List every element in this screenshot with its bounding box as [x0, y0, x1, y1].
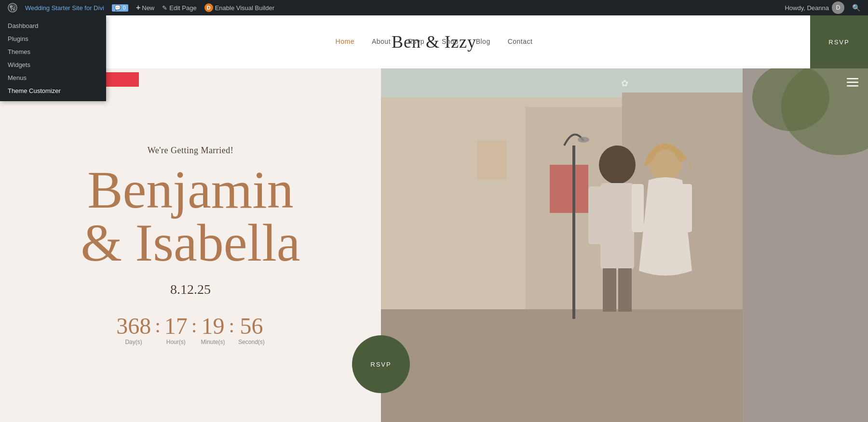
minutes-label: Minute(s): [201, 339, 225, 345]
couple-photo: [381, 68, 868, 422]
comment-bubble: 💬 0: [112, 4, 128, 12]
edit-page-label: Edit Page: [169, 4, 196, 12]
pencil-icon: ✎: [162, 4, 167, 12]
divi-builder-btn[interactable]: D Enable Visual Builder: [201, 0, 278, 15]
hours-value: 17: [164, 315, 188, 338]
minutes-value: 19: [201, 315, 224, 338]
nav-about[interactable]: About: [372, 38, 391, 45]
hamburger-icon[interactable]: [847, 78, 858, 89]
wedding-date: 8.12.25: [170, 282, 211, 297]
seconds-label: Second(s): [238, 339, 265, 345]
site-name-btn[interactable]: Wedding Starter Site for Divi: [21, 0, 108, 15]
site-nav: Home About Rsvp Shop Blog Contact: [336, 38, 533, 52]
site-title: Ben & Izzy Home About Rsvp Shop Blog Con…: [392, 32, 476, 52]
divi-icon: D: [204, 3, 213, 12]
days-label: Day(s): [125, 339, 142, 345]
howdy-text: Howdy, Deanna: [785, 4, 829, 12]
nav-contact[interactable]: Contact: [508, 38, 533, 45]
getting-married-text: We're Getting Married!: [148, 145, 234, 156]
wp-logo-btn[interactable]: [4, 0, 21, 15]
hero-left: We're Getting Married! Benjamin & Isabel…: [0, 68, 381, 422]
appearance-dropdown: Dashboard Plugins Themes Widgets Menus T…: [0, 15, 106, 101]
dropdown-item-menus[interactable]: Menus: [0, 71, 106, 84]
nav-blog[interactable]: Blog: [476, 38, 490, 45]
dropdown-item-theme-customizer[interactable]: Theme Customizer: [0, 84, 106, 97]
name-benjamin: Benjamin: [81, 163, 300, 216]
svg-rect-23: [847, 78, 858, 79]
comment-count: 0: [123, 5, 126, 11]
countdown-seconds: 56 Second(s): [238, 315, 265, 345]
comments-btn[interactable]: 💬 0: [108, 0, 132, 15]
hamburger-svg: [847, 78, 858, 87]
howdy-section[interactable]: Howdy, Deanna D: [781, 0, 848, 15]
rsvp-header-button[interactable]: RSVP: [810, 15, 868, 68]
hero-right-photo: ✿: [381, 68, 868, 422]
admin-bar: Wedding Starter Site for Divi 💬 0 + New …: [0, 0, 868, 15]
separator-1: :: [155, 316, 161, 336]
dropdown-item-dashboard[interactable]: Dashboard: [0, 19, 106, 32]
admin-bar-right: Howdy, Deanna D 🔍: [781, 0, 864, 15]
separator-3: :: [229, 316, 234, 336]
countdown-days: 368 Day(s): [116, 315, 151, 345]
nav-rsvp[interactable]: Rsvp: [408, 38, 424, 45]
svg-rect-22: [381, 68, 868, 422]
nav-home[interactable]: Home: [336, 38, 354, 45]
search-icon: 🔍: [852, 4, 860, 12]
decorative-flower-icon: ✿: [621, 78, 628, 89]
separator-2: :: [191, 316, 197, 336]
countdown: 368 Day(s) : 17 Hour(s) : 19 Minute(s) :…: [116, 315, 265, 345]
wp-logo-icon: [8, 3, 17, 13]
hero-section: We're Getting Married! Benjamin & Isabel…: [0, 68, 868, 422]
dropdown-item-themes[interactable]: Themes: [0, 45, 106, 58]
rsvp-circle-button[interactable]: RSVP: [352, 335, 410, 393]
groom-name: Benjamin & Isabella: [81, 163, 300, 269]
new-label: New: [142, 4, 154, 12]
comment-icon: 💬: [114, 5, 121, 11]
countdown-hours: 17 Hour(s): [164, 315, 188, 345]
days-value: 368: [116, 315, 151, 338]
nav-shop[interactable]: Shop: [442, 38, 459, 45]
hours-label: Hour(s): [166, 339, 186, 345]
plus-icon: +: [136, 3, 140, 12]
svg-rect-25: [847, 85, 858, 87]
edit-page-btn[interactable]: ✎ Edit Page: [158, 0, 200, 15]
divi-label: Enable Visual Builder: [215, 4, 274, 12]
svg-rect-24: [847, 82, 858, 83]
search-btn[interactable]: 🔍: [848, 0, 864, 15]
site-header: Ben & Izzy Home About Rsvp Shop Blog Con…: [0, 15, 868, 68]
dropdown-item-plugins[interactable]: Plugins: [0, 32, 106, 45]
dropdown-item-widgets[interactable]: Widgets: [0, 58, 106, 71]
new-btn[interactable]: + New: [132, 0, 158, 15]
site-name-label: Wedding Starter Site for Divi: [25, 4, 104, 12]
user-avatar: D: [832, 1, 844, 14]
seconds-value: 56: [240, 315, 263, 338]
name-isabella: & Isabella: [81, 216, 300, 269]
countdown-minutes: 19 Minute(s): [201, 315, 225, 345]
